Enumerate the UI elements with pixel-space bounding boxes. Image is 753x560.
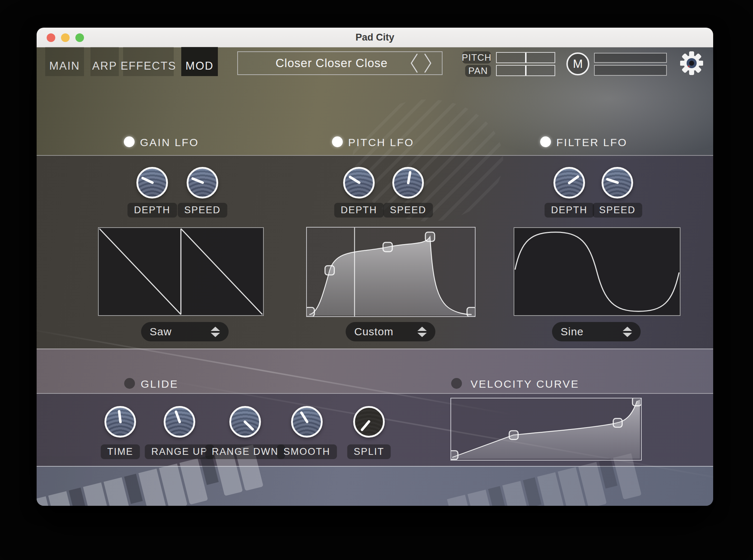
gain-wave-value: Saw xyxy=(150,326,172,338)
tab-effects[interactable]: EFFECTS xyxy=(123,47,174,76)
mono-button[interactable]: M xyxy=(566,52,589,75)
pitch-speed-label: SPEED xyxy=(383,203,433,218)
pitch-label: PITCH xyxy=(462,51,491,64)
pitch-lfo-wave-display[interactable] xyxy=(306,227,476,317)
glide-title: GLIDE xyxy=(141,378,178,390)
glide-split-knob[interactable] xyxy=(353,406,385,438)
velocity-curve-fill xyxy=(452,400,640,459)
filter-lfo-wave-display[interactable] xyxy=(514,227,680,316)
glide-time-label: TIME xyxy=(101,444,140,459)
pitch-depth-label: DEPTH xyxy=(334,203,384,218)
meter-bar-bottom xyxy=(594,65,667,76)
tab-arp[interactable]: ARP xyxy=(90,47,119,76)
preset-name: Closer Closer Close xyxy=(238,56,400,70)
filter-lfo-led[interactable] xyxy=(540,136,551,147)
meter-bar-top xyxy=(594,53,667,63)
titlebar[interactable]: Pad City xyxy=(37,28,713,47)
window-title: Pad City xyxy=(37,28,713,47)
select-arrows-icon xyxy=(211,327,220,337)
pitch-depth-knob[interactable] xyxy=(343,167,375,199)
filter-wave-select[interactable]: Sine xyxy=(552,322,641,341)
glide-smooth-label: SMOOTH xyxy=(277,444,337,459)
glide-header-background xyxy=(37,349,713,394)
plugin-window: Pad City MAIN ARP EFFECTS MOD Closer Clo… xyxy=(37,28,713,506)
preset-selector[interactable]: Closer Closer Close xyxy=(237,51,443,75)
glide-range-dwn-knob[interactable] xyxy=(229,406,261,438)
select-arrows-icon xyxy=(417,327,427,337)
pitch-lfo-title: PITCH LFO xyxy=(348,136,414,149)
gain-speed-knob[interactable] xyxy=(187,167,218,199)
velocity-curve-led[interactable] xyxy=(451,378,462,389)
select-arrows-icon xyxy=(623,327,632,337)
glide-range-up-knob[interactable] xyxy=(164,406,195,438)
saw-wave-icon xyxy=(99,228,263,315)
pitch-lfo-led[interactable] xyxy=(332,136,343,147)
gain-depth-label: DEPTH xyxy=(127,203,177,218)
glide-time-knob[interactable] xyxy=(104,406,136,438)
pan-slider[interactable] xyxy=(496,65,555,76)
filter-speed-knob[interactable] xyxy=(602,167,633,199)
velocity-curve-display[interactable] xyxy=(450,398,642,461)
preset-next-icon[interactable] xyxy=(423,52,432,74)
pan-slider-thumb[interactable] xyxy=(525,66,527,75)
gain-lfo-title: GAIN LFO xyxy=(140,136,199,149)
tab-main[interactable]: MAIN xyxy=(45,47,84,76)
tab-mod[interactable]: MOD xyxy=(181,47,218,76)
glide-range-dwn-label: RANGE DWN xyxy=(205,444,285,459)
glide-led[interactable] xyxy=(124,378,135,389)
pan-label: PAN xyxy=(465,65,491,77)
glide-range-up-label: RANGE UP xyxy=(145,444,214,459)
velocity-curve-title: VELOCITY CURVE xyxy=(471,378,579,390)
gain-lfo-led[interactable] xyxy=(124,136,135,147)
filter-depth-label: DEPTH xyxy=(544,203,594,218)
pitch-wave-value: Custom xyxy=(354,326,393,338)
gain-depth-knob[interactable] xyxy=(136,167,168,199)
glide-smooth-knob[interactable] xyxy=(291,406,323,438)
pitch-slider[interactable] xyxy=(496,52,555,63)
gain-wave-select[interactable]: Saw xyxy=(141,322,229,341)
gain-lfo-wave-display[interactable] xyxy=(98,227,264,316)
pitch-speed-knob[interactable] xyxy=(392,167,424,199)
preset-prev-icon[interactable] xyxy=(410,52,419,74)
pitch-wave-select[interactable]: Custom xyxy=(346,322,435,341)
sine-wave-icon xyxy=(514,228,680,315)
filter-depth-knob[interactable] xyxy=(553,167,585,199)
pitch-slider-thumb[interactable] xyxy=(525,53,527,62)
filter-wave-value: Sine xyxy=(561,326,584,338)
glide-split-label: SPLIT xyxy=(347,444,390,459)
bottom-strip-background xyxy=(37,466,713,506)
filter-speed-label: SPEED xyxy=(593,203,642,218)
gain-speed-label: SPEED xyxy=(178,203,227,218)
filter-lfo-title: FILTER LFO xyxy=(556,136,627,149)
settings-gear-icon[interactable] xyxy=(680,51,703,75)
